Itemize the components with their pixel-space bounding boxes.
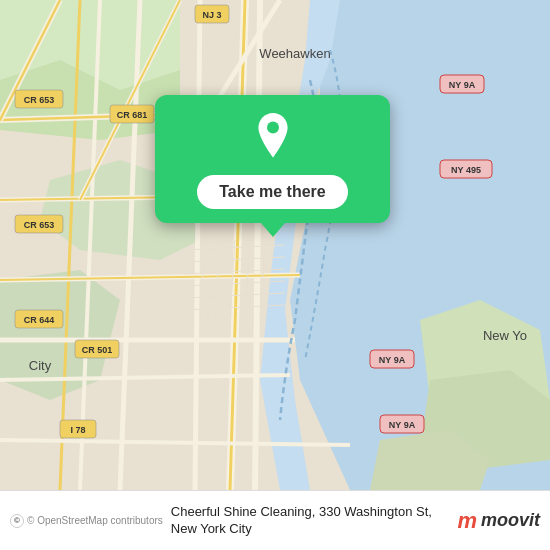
svg-text:CR 501: CR 501 bbox=[82, 345, 113, 355]
bottom-bar: © © OpenStreetMap contributors Cheerful … bbox=[0, 490, 550, 550]
svg-text:NY 495: NY 495 bbox=[451, 165, 481, 175]
svg-text:City: City bbox=[29, 358, 52, 373]
svg-text:CR 644: CR 644 bbox=[24, 315, 55, 325]
svg-text:CR 653: CR 653 bbox=[24, 220, 55, 230]
map-container: CR 653 CR 653 CR 681 CR 644 I 78 CR 501 … bbox=[0, 0, 550, 490]
location-pin-icon bbox=[249, 113, 297, 161]
svg-text:CR 653: CR 653 bbox=[24, 95, 55, 105]
osm-circle-icon: © bbox=[10, 514, 24, 528]
moovit-text: moovit bbox=[481, 510, 540, 531]
svg-text:NY 9A: NY 9A bbox=[449, 80, 476, 90]
moovit-m-icon: m bbox=[457, 508, 477, 534]
svg-text:NY 9A: NY 9A bbox=[389, 420, 416, 430]
svg-text:Weehawken: Weehawken bbox=[259, 46, 330, 61]
take-me-there-button[interactable]: Take me there bbox=[197, 175, 347, 209]
svg-text:New Yo: New Yo bbox=[483, 328, 527, 343]
location-address: Cheerful Shine Cleaning, 330 Washington … bbox=[171, 504, 450, 538]
osm-text: © OpenStreetMap contributors bbox=[27, 515, 163, 526]
svg-text:CR 681: CR 681 bbox=[117, 110, 148, 120]
navigation-popup: Take me there bbox=[155, 95, 390, 223]
osm-attribution: © © OpenStreetMap contributors bbox=[10, 514, 163, 528]
moovit-logo: m moovit bbox=[457, 508, 540, 534]
svg-text:NJ 3: NJ 3 bbox=[202, 10, 221, 20]
svg-text:I 78: I 78 bbox=[70, 425, 85, 435]
svg-text:NY 9A: NY 9A bbox=[379, 355, 406, 365]
svg-point-68 bbox=[267, 122, 279, 134]
